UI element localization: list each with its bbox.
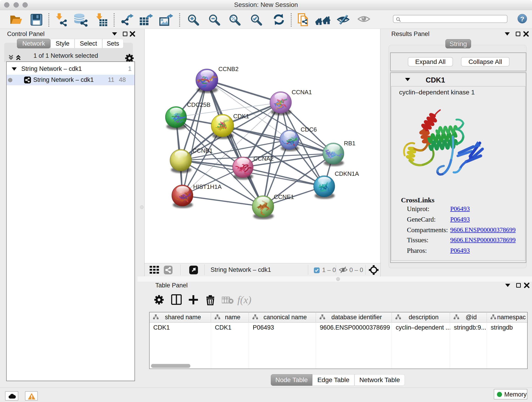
svg-text:CDC6: CDC6 — [301, 126, 317, 133]
svg-text:CDKN1A: CDKN1A — [335, 170, 359, 177]
svg-text:CDK1: CDK1 — [233, 113, 249, 120]
svg-text:CCNA1: CCNA1 — [292, 89, 312, 96]
svg-text:CCNE1: CCNE1 — [274, 193, 294, 200]
svg-text:HIST1H1A: HIST1H1A — [193, 183, 222, 190]
svg-text:CDC25B: CDC25B — [187, 101, 210, 108]
svg-text:CCNA2: CCNA2 — [253, 155, 273, 162]
svg-text:CCNB2: CCNB2 — [218, 65, 239, 72]
svg-text:RB1: RB1 — [344, 140, 355, 147]
svg-text:CCNB1: CCNB1 — [192, 147, 213, 154]
